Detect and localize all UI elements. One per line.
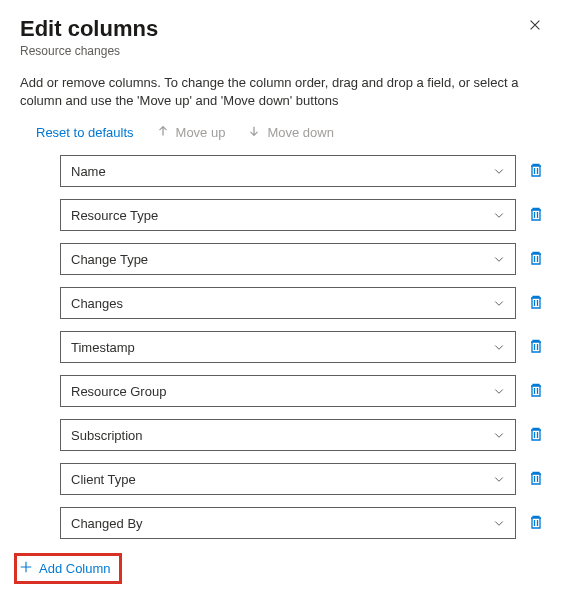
column-label: Resource Type	[71, 208, 158, 223]
reset-defaults-link[interactable]: Reset to defaults	[36, 125, 134, 140]
column-dropdown[interactable]: Changes	[60, 287, 516, 319]
column-row: Subscription	[60, 419, 546, 451]
delete-column-button[interactable]	[526, 204, 546, 227]
trash-icon	[528, 382, 544, 401]
delete-column-button[interactable]	[526, 160, 546, 183]
column-label: Resource Group	[71, 384, 166, 399]
add-column-label: Add Column	[39, 561, 111, 576]
trash-icon	[528, 426, 544, 445]
column-label: Changed By	[71, 516, 143, 531]
column-dropdown[interactable]: Changed By	[60, 507, 516, 539]
column-row: Client Type	[60, 463, 546, 495]
arrow-up-icon	[156, 124, 170, 141]
arrow-down-icon	[247, 124, 261, 141]
column-label: Client Type	[71, 472, 136, 487]
column-dropdown[interactable]: Subscription	[60, 419, 516, 451]
chevron-down-icon	[493, 165, 505, 177]
column-label: Changes	[71, 296, 123, 311]
close-icon	[528, 18, 542, 35]
delete-column-button[interactable]	[526, 248, 546, 271]
column-label: Timestamp	[71, 340, 135, 355]
column-dropdown[interactable]: Resource Group	[60, 375, 516, 407]
column-row: Changed By	[60, 507, 546, 539]
move-down-label: Move down	[267, 125, 333, 140]
chevron-down-icon	[493, 297, 505, 309]
add-column-highlight: Add Column	[14, 553, 122, 584]
move-down-button[interactable]: Move down	[247, 124, 333, 141]
move-up-button[interactable]: Move up	[156, 124, 226, 141]
delete-column-button[interactable]	[526, 336, 546, 359]
trash-icon	[528, 206, 544, 225]
actions-bar: Reset to defaults Move up Move down	[20, 122, 546, 155]
add-column-button[interactable]: Add Column	[19, 560, 111, 577]
columns-list: NameResource TypeChange TypeChangesTimes…	[20, 155, 546, 539]
delete-column-button[interactable]	[526, 380, 546, 403]
column-row: Change Type	[60, 243, 546, 275]
delete-column-button[interactable]	[526, 468, 546, 491]
delete-column-button[interactable]	[526, 424, 546, 447]
column-dropdown[interactable]: Change Type	[60, 243, 516, 275]
chevron-down-icon	[493, 341, 505, 353]
column-label: Change Type	[71, 252, 148, 267]
delete-column-button[interactable]	[526, 292, 546, 315]
chevron-down-icon	[493, 385, 505, 397]
chevron-down-icon	[493, 429, 505, 441]
column-row: Resource Group	[60, 375, 546, 407]
column-label: Subscription	[71, 428, 143, 443]
panel-description: Add or remove columns. To change the col…	[20, 74, 546, 110]
column-dropdown[interactable]: Client Type	[60, 463, 516, 495]
trash-icon	[528, 294, 544, 313]
column-dropdown[interactable]: Resource Type	[60, 199, 516, 231]
column-row: Timestamp	[60, 331, 546, 363]
panel-subtitle: Resource changes	[20, 44, 158, 58]
chevron-down-icon	[493, 253, 505, 265]
column-row: Name	[60, 155, 546, 187]
column-label: Name	[71, 164, 106, 179]
chevron-down-icon	[493, 517, 505, 529]
chevron-down-icon	[493, 473, 505, 485]
chevron-down-icon	[493, 209, 505, 221]
trash-icon	[528, 338, 544, 357]
move-up-label: Move up	[176, 125, 226, 140]
column-dropdown[interactable]: Timestamp	[60, 331, 516, 363]
trash-icon	[528, 162, 544, 181]
column-row: Resource Type	[60, 199, 546, 231]
column-row: Changes	[60, 287, 546, 319]
column-dropdown[interactable]: Name	[60, 155, 516, 187]
trash-icon	[528, 250, 544, 269]
trash-icon	[528, 514, 544, 533]
plus-icon	[19, 560, 33, 577]
delete-column-button[interactable]	[526, 512, 546, 535]
close-button[interactable]	[524, 16, 546, 37]
panel-title: Edit columns	[20, 16, 158, 42]
trash-icon	[528, 470, 544, 489]
